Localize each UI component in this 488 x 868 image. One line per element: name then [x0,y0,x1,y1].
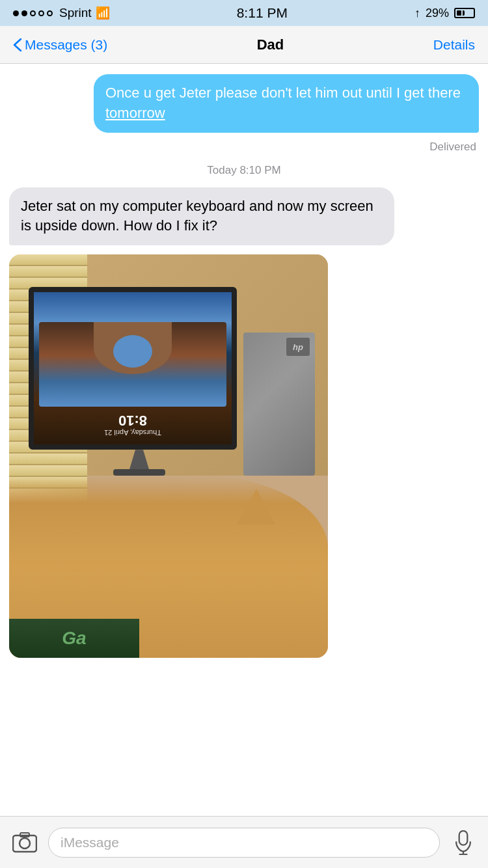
back-label: Messages (3) [25,37,107,53]
mic-icon [454,830,472,855]
mic-button[interactable] [449,828,478,857]
messages-area: Once u get Jeter please don't let him ou… [0,64,488,816]
hp-tower: hp [243,332,315,476]
blind-slat [9,254,87,266]
location-icon: ↑ [414,7,420,20]
message-timestamp: Today 8:10 PM [207,164,280,177]
hp-logo: hp [286,338,310,356]
back-button[interactable]: Messages (3) [13,37,107,53]
screen-content: Thursday, April 21 8:10 [34,292,232,444]
status-bar: Sprint 📶 8:11 PM ↑ 29% [0,0,488,26]
svg-rect-3 [459,830,468,845]
blind-slat [9,266,87,278]
received-text: Jeter sat on my computer keyboard and no… [21,198,373,234]
banner-text: Ga [62,628,86,649]
status-time: 8:11 PM [237,5,288,21]
message-input[interactable]: iMessage [48,828,440,858]
camera-button[interactable] [10,828,39,857]
photo-inner: Thursday, April 21 8:10 hp [9,254,328,658]
details-button[interactable]: Details [433,37,475,53]
monitor-stand [129,450,149,469]
banner: Ga [9,619,139,658]
camera-icon [12,832,37,853]
screen-time: 8:10 [118,412,147,429]
battery-fill [457,10,461,16]
cat-ear [237,489,276,524]
input-bar: iMessage [0,816,488,868]
sent-message-1: Once u get Jeter please don't let him ou… [94,74,479,133]
tomorrow-link[interactable]: tomorrow [105,105,165,121]
input-placeholder: iMessage [61,835,119,850]
back-chevron-icon [13,38,22,52]
signal-dot-4 [38,10,44,16]
nav-title: Dad [257,36,284,53]
signal-dots [13,10,53,16]
signal-dot-3 [30,10,36,16]
carrier-label: Sprint [59,6,92,20]
status-left: Sprint 📶 [13,6,110,20]
status-right: ↑ 29% [414,7,475,20]
monitor-screen: Thursday, April 21 8:10 [29,287,237,450]
monitor-base [113,469,165,476]
delivered-status: Delivered [429,141,479,154]
photo-message[interactable]: Thursday, April 21 8:10 hp [9,254,328,658]
nav-bar: Messages (3) Dad Details [0,26,488,64]
battery-tip [463,10,465,16]
received-message-1: Jeter sat on my computer keyboard and no… [9,187,394,246]
svg-point-1 [20,838,30,848]
wifi-icon: 📶 [96,6,110,20]
screen-date: Thursday, April 21 [104,429,161,437]
battery-icon [454,8,475,18]
signal-dot-2 [21,10,27,16]
monitor: Thursday, April 21 8:10 [29,287,250,489]
signal-dot-5 [47,10,53,16]
battery-percent: 29% [426,7,449,20]
signal-dot-1 [13,10,19,16]
